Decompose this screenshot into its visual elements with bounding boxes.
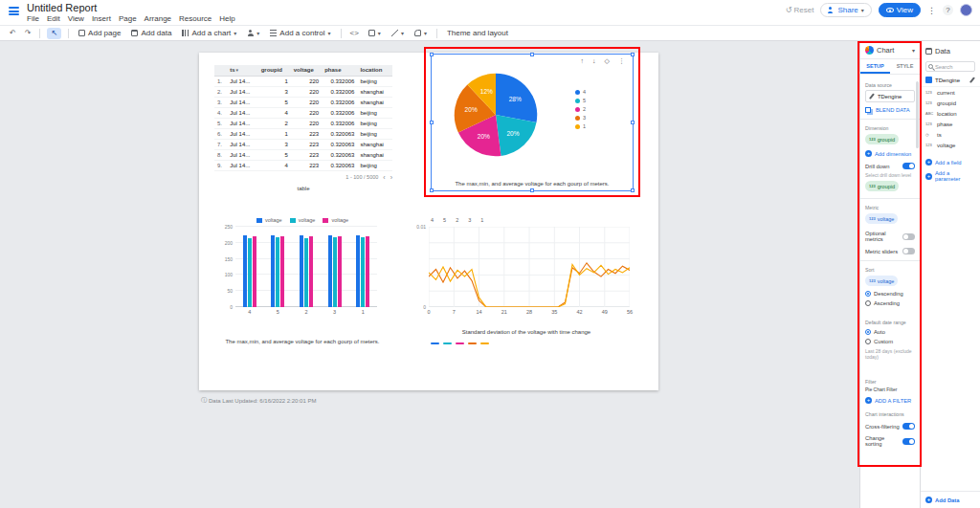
- legend-item-2[interactable]: 2: [456, 217, 458, 223]
- bar-2[interactable]: [309, 236, 313, 307]
- change-sorting-toggle[interactable]: [902, 438, 915, 445]
- legend-item-voltage[interactable]: voltage: [323, 217, 348, 223]
- selection-handle[interactable]: [430, 188, 434, 192]
- menu-file[interactable]: File: [27, 14, 39, 23]
- table-chart[interactable]: ts▾groupidvoltagephaselocation 1.Jul 14.…: [214, 65, 392, 191]
- edit-icon[interactable]: [969, 77, 975, 83]
- date-custom-radio[interactable]: Custom: [865, 339, 915, 344]
- menu-insert[interactable]: Insert: [92, 14, 111, 23]
- sort-chip-voltage[interactable]: 123 voltage: [865, 276, 898, 286]
- legend-item-voltage[interactable]: voltage: [290, 217, 316, 223]
- bar-5[interactable]: [280, 236, 284, 307]
- bar-3[interactable]: [333, 237, 337, 307]
- menu-help[interactable]: Help: [219, 14, 234, 23]
- embed-icon[interactable]: <>: [348, 29, 361, 37]
- date-auto-radio[interactable]: Auto: [865, 329, 915, 335]
- reset-button[interactable]: ↺Reset: [786, 6, 814, 14]
- add-data-button[interactable]: Add data: [128, 28, 174, 38]
- scrollbar[interactable]: [916, 81, 919, 148]
- field-search[interactable]: [925, 61, 975, 72]
- add-filter-button[interactable]: + ADD A FILTER: [865, 397, 915, 404]
- table-row[interactable]: 1.Jul 14...12200.332006beijing: [214, 76, 392, 86]
- column-header-ts[interactable]: ts▾: [227, 65, 257, 76]
- bar-5[interactable]: [271, 235, 275, 307]
- more-options-icon[interactable]: ⋮: [927, 6, 936, 15]
- image-dropdown[interactable]: ▾: [366, 29, 384, 37]
- legend-item-3[interactable]: 3: [468, 217, 471, 223]
- metric-sliders-toggle[interactable]: [902, 248, 915, 254]
- bar-1[interactable]: [361, 237, 365, 307]
- add-field-button[interactable]: + Add a field: [925, 159, 975, 166]
- field-phase[interactable]: 123phase: [921, 119, 980, 129]
- bar-5[interactable]: [276, 237, 279, 307]
- arrow-up-icon[interactable]: ↑: [581, 57, 585, 65]
- undo-icon[interactable]: ↶: [8, 29, 18, 37]
- field-ts[interactable]: ◷ts: [921, 129, 980, 140]
- data-source-chip[interactable]: TDengine: [865, 90, 915, 102]
- community-visualizations-dropdown[interactable]: ▾: [244, 29, 262, 37]
- line-dropdown[interactable]: ▾: [389, 29, 407, 37]
- legend-item-1[interactable]: 1: [575, 123, 586, 129]
- drill-down-toggle[interactable]: [902, 163, 915, 169]
- field-location[interactable]: ABClocation: [921, 108, 980, 119]
- table-row[interactable]: 3.Jul 14...52200.332006shanghai: [214, 97, 392, 107]
- table-row[interactable]: 7.Jul 14...32230.320063shanghai: [214, 139, 392, 149]
- table-row[interactable]: 6.Jul 14...12230.320063beijing: [214, 128, 392, 139]
- report-title[interactable]: Untitled Report: [27, 2, 235, 13]
- next-page-icon[interactable]: ›: [390, 174, 392, 181]
- cross-filtering-toggle[interactable]: [902, 423, 915, 430]
- column-header-phase[interactable]: phase: [322, 65, 357, 76]
- drill-down-chip-groupid[interactable]: 123 groupid: [865, 181, 899, 191]
- menu-arrange[interactable]: Arrange: [145, 14, 171, 23]
- bar-3[interactable]: [328, 235, 332, 307]
- bar-4[interactable]: [248, 238, 252, 307]
- tab-style[interactable]: STYLE: [890, 59, 920, 74]
- search-input[interactable]: [935, 64, 972, 70]
- dataset-row[interactable]: TDengine: [921, 74, 980, 87]
- arrow-down-icon[interactable]: ↓: [592, 57, 596, 65]
- add-data-button-bottom[interactable]: + Add Data: [925, 497, 975, 503]
- avatar[interactable]: [960, 4, 972, 16]
- legend-item-voltage[interactable]: voltage: [256, 217, 282, 223]
- selection-handle[interactable]: [631, 53, 635, 56]
- bar-chart[interactable]: voltagevoltagevoltage 050100150200250 45…: [220, 217, 385, 344]
- menu-page[interactable]: Page: [119, 14, 137, 23]
- optional-metrics-toggle[interactable]: [902, 233, 915, 240]
- legend-item-4[interactable]: 4: [575, 89, 586, 95]
- legend-item-5[interactable]: 5: [575, 98, 586, 103]
- bar-2[interactable]: [304, 238, 308, 307]
- add-control-dropdown[interactable]: Add a control▾: [267, 28, 333, 38]
- legend-item-3[interactable]: 3: [575, 115, 586, 121]
- pin-icon[interactable]: ◇: [605, 57, 610, 65]
- sort-ascending-radio[interactable]: Ascending: [865, 300, 915, 306]
- metric-chip-voltage[interactable]: 123 voltage: [865, 213, 898, 224]
- more-options-icon[interactable]: ⋮: [618, 57, 625, 65]
- legend-item-1[interactable]: 1: [480, 217, 483, 223]
- sort-descending-radio[interactable]: Descending: [865, 291, 915, 297]
- legend-item-2[interactable]: 2: [575, 106, 586, 112]
- chevron-down-icon[interactable]: ▾: [912, 47, 915, 54]
- bar-1[interactable]: [366, 236, 369, 307]
- add-parameter-button[interactable]: + Add a parameter: [925, 170, 975, 182]
- dimension-chip-groupid[interactable]: 123 groupid: [865, 134, 899, 144]
- bar-3[interactable]: [338, 236, 342, 307]
- bar-4[interactable]: [253, 236, 256, 307]
- add-chart-dropdown[interactable]: Add a chart▾: [179, 28, 239, 38]
- pie-chart[interactable]: ↑ ↓ ◇ ⋮ 28%20%20%20%12% 45231 The max,mi…: [431, 54, 634, 191]
- tab-setup[interactable]: SETUP: [860, 59, 890, 74]
- selection-handle[interactable]: [430, 121, 434, 124]
- help-icon[interactable]: ?: [943, 5, 953, 15]
- selection-handle[interactable]: [530, 188, 534, 192]
- column-header-groupid[interactable]: groupid: [258, 65, 291, 76]
- redo-icon[interactable]: ↷: [23, 29, 33, 37]
- field-current[interactable]: 123current: [921, 87, 980, 98]
- column-header-voltage[interactable]: voltage: [291, 65, 322, 76]
- bar-4[interactable]: [243, 235, 247, 307]
- selection-handle[interactable]: [631, 188, 635, 192]
- table-row[interactable]: 5.Jul 14...22200.332006beijing: [214, 118, 392, 128]
- blend-data-button[interactable]: BLEND DATA: [865, 107, 915, 113]
- selection-handle[interactable]: [430, 53, 434, 56]
- table-row[interactable]: 9.Jul 14...42230.320063beijing: [214, 160, 392, 170]
- app-logo[interactable]: [9, 7, 19, 17]
- share-button[interactable]: Share▾: [820, 3, 871, 17]
